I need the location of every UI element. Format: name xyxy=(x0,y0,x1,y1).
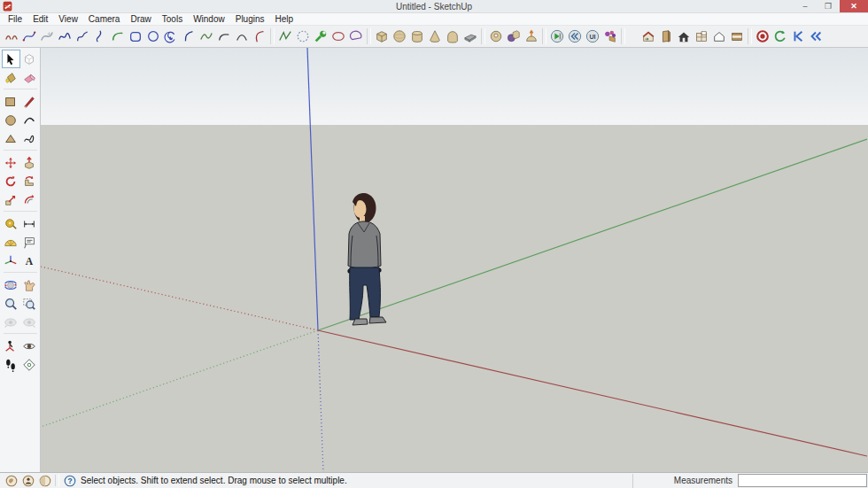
draw-cone-tool[interactable] xyxy=(426,27,444,46)
draw-box-tool[interactable] xyxy=(373,27,391,46)
bezier-curve-tool[interactable] xyxy=(20,27,38,46)
model-status-icon[interactable] xyxy=(36,473,53,488)
push-pull-tool[interactable] xyxy=(20,153,39,172)
wave-curve-tool[interactable] xyxy=(56,27,74,46)
orbit-tool[interactable] xyxy=(2,275,20,294)
line-tool[interactable] xyxy=(20,92,39,111)
offset-tool[interactable] xyxy=(20,190,39,209)
menu-item-tools[interactable]: Tools xyxy=(157,14,188,24)
toolbar-separator xyxy=(270,28,275,44)
door-tool-button[interactable] xyxy=(657,27,675,46)
pan-tool[interactable] xyxy=(20,275,39,294)
eraser-tool[interactable] xyxy=(20,68,39,87)
menu-item-draw[interactable]: Draw xyxy=(125,14,156,24)
large-tool-set-palette: A xyxy=(0,48,41,472)
svg-text:UI: UI xyxy=(589,34,595,41)
pie-curve-tool[interactable] xyxy=(347,27,365,46)
geolocation-status-icon[interactable] xyxy=(3,473,19,488)
rounded-rectangle-tool[interactable] xyxy=(127,27,144,46)
skip-to-start-button[interactable] xyxy=(789,27,807,46)
home-button[interactable] xyxy=(675,27,693,46)
drawing-axes xyxy=(41,48,867,472)
select-tool[interactable] xyxy=(2,50,20,68)
restore-button[interactable]: ❐ xyxy=(817,0,840,12)
ellipse-tool[interactable] xyxy=(329,27,347,46)
rewind-animation-button[interactable] xyxy=(566,27,584,46)
dimension-tool[interactable] xyxy=(20,214,39,233)
record-button[interactable] xyxy=(754,27,771,46)
n-arc-tool[interactable] xyxy=(233,27,251,46)
menu-item-plugins[interactable]: Plugins xyxy=(230,14,270,24)
menu-item-file[interactable]: File xyxy=(3,14,27,24)
window-tool-button[interactable] xyxy=(693,27,710,46)
zoom-tool[interactable] xyxy=(2,294,20,313)
draw-torus-tool[interactable] xyxy=(487,27,505,46)
dome-arrow-tool[interactable] xyxy=(523,27,540,46)
wall-tool-button[interactable] xyxy=(728,27,746,46)
components-library-button[interactable] xyxy=(601,27,619,46)
zoom-window-tool[interactable] xyxy=(20,294,39,313)
polyline-curve-tool[interactable] xyxy=(198,27,215,46)
circle-curve-tool[interactable] xyxy=(144,27,162,46)
tape-measure-tool[interactable] xyxy=(2,214,20,233)
spiral-tool[interactable] xyxy=(162,27,180,46)
position-camera-tool[interactable] xyxy=(2,337,20,355)
circle-tool[interactable] xyxy=(2,111,20,129)
house-builder-button[interactable] xyxy=(639,27,657,46)
play-animation-button[interactable] xyxy=(548,27,566,46)
minimize-button[interactable]: – xyxy=(794,0,817,12)
help-icon[interactable]: ? xyxy=(61,473,78,488)
corner-curve-tool[interactable] xyxy=(215,27,233,46)
menu-item-edit[interactable]: Edit xyxy=(27,14,53,24)
rectangle-tool[interactable] xyxy=(2,92,20,111)
s-curve-tool[interactable] xyxy=(91,27,109,46)
freehand-tool[interactable] xyxy=(20,129,39,148)
spline-tool[interactable] xyxy=(74,27,91,46)
toolbar-separator xyxy=(2,148,39,153)
menu-item-help[interactable]: Help xyxy=(270,14,299,24)
person-figure[interactable] xyxy=(347,193,386,325)
wrench-plugin-button[interactable] xyxy=(312,27,329,46)
house-outline-button[interactable] xyxy=(710,27,728,46)
close-button[interactable]: ✕ xyxy=(840,0,868,12)
draw-cylinder-tool[interactable] xyxy=(408,27,426,46)
walk-tool[interactable] xyxy=(2,355,20,374)
polyline-tool[interactable] xyxy=(276,27,294,46)
toolbar-separator xyxy=(2,270,39,275)
paint-bucket-tool[interactable] xyxy=(2,68,20,87)
move-tool[interactable] xyxy=(2,153,20,172)
measurements-input[interactable] xyxy=(738,474,867,487)
credit-attribution-icon[interactable] xyxy=(19,473,36,488)
toolbar-separator xyxy=(621,28,625,44)
draw-dome-cylinder-tool[interactable] xyxy=(444,27,461,46)
menu-item-window[interactable]: Window xyxy=(188,14,230,24)
status-tip: Select objects. Shift to extend select. … xyxy=(81,476,347,485)
loop-playback-button[interactable] xyxy=(771,27,789,46)
draw-sphere-tool[interactable] xyxy=(391,27,408,46)
menu-item-view[interactable]: View xyxy=(53,14,83,24)
green-arc-tool[interactable] xyxy=(109,27,127,46)
dashed-circle-tool[interactable] xyxy=(294,27,312,46)
follow-me-tool[interactable] xyxy=(20,172,39,190)
drawing-viewport[interactable] xyxy=(41,48,868,472)
sphere-box-tool[interactable] xyxy=(505,27,523,46)
polygon-tool[interactable] xyxy=(2,129,20,148)
bezier-edit-tool[interactable] xyxy=(38,27,56,46)
make-component-tool[interactable] xyxy=(20,50,39,68)
3d-text-tool[interactable]: A xyxy=(20,252,39,270)
look-around-tool[interactable] xyxy=(20,337,39,355)
menu-item-camera[interactable]: Camera xyxy=(83,14,126,24)
rotate-tool[interactable] xyxy=(2,172,20,190)
c-arc-tool[interactable] xyxy=(180,27,198,46)
scale-tool[interactable] xyxy=(2,190,20,209)
arc-tool[interactable] xyxy=(20,111,39,129)
axes-tool[interactable] xyxy=(2,252,20,270)
red-arc-tool[interactable] xyxy=(251,27,268,46)
rewind-chevrons-button[interactable] xyxy=(807,27,825,46)
draw-slab-tool[interactable] xyxy=(461,27,479,46)
ui-dialog-button[interactable]: UI xyxy=(584,27,601,46)
text-tool[interactable] xyxy=(20,233,39,252)
protractor-tool[interactable] xyxy=(2,233,20,252)
section-plane-tool[interactable] xyxy=(20,355,39,374)
double-arc-tool[interactable] xyxy=(3,27,20,46)
